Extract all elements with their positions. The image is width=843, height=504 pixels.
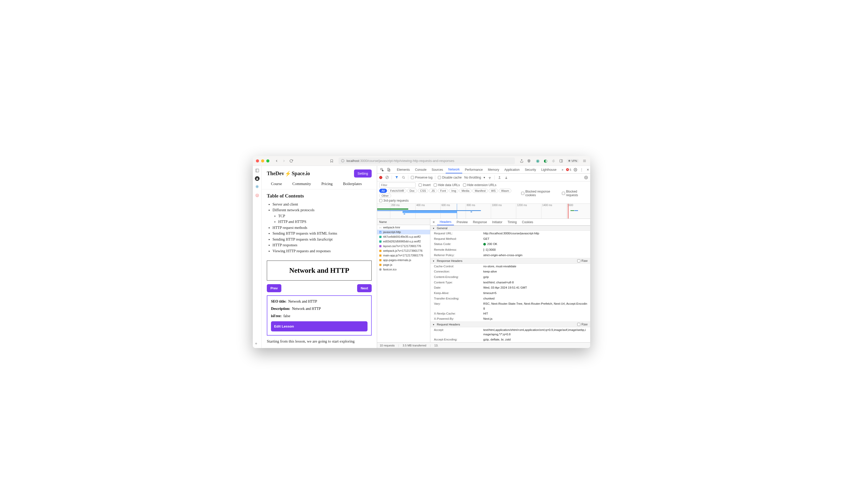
toc-item[interactable]: Viewing HTTP requests and responses xyxy=(272,248,372,254)
tab-lighthouse[interactable]: Lighthouse xyxy=(539,166,559,173)
filter-pill-media[interactable]: Media xyxy=(459,189,471,193)
request-row[interactable]: main-app.js?v=1712173901776 xyxy=(377,253,430,258)
request-row[interactable]: javascript-http xyxy=(377,230,430,234)
filter-pill-wasm[interactable]: Wasm xyxy=(499,189,512,193)
filter-pill-doc[interactable]: Doc xyxy=(407,189,417,193)
ext-icon-1[interactable]: ◉ xyxy=(535,158,540,163)
next-button[interactable]: Next xyxy=(357,284,372,292)
tab-application[interactable]: Application xyxy=(502,166,522,173)
nav-boilerplates[interactable]: Boilerplates xyxy=(343,182,362,186)
detail-tab-headers[interactable]: Headers xyxy=(437,219,454,225)
throttling-select[interactable]: No throttling ▾ xyxy=(464,176,485,179)
minimize-window-button[interactable] xyxy=(261,159,264,162)
filter-pill-font[interactable]: Font xyxy=(438,189,448,193)
forward-button[interactable] xyxy=(281,158,287,163)
name-column-header[interactable]: Name xyxy=(377,219,430,225)
prev-button[interactable]: Prev xyxy=(267,284,281,292)
toc-subitem[interactable]: HTTP and HTTPS xyxy=(278,219,372,224)
rail-ext-icon-2[interactable]: ◎ xyxy=(255,192,260,198)
blocked-cookies-checkbox[interactable]: Blocked response cookies xyxy=(521,190,559,197)
filter-pill-all[interactable]: All xyxy=(379,189,387,193)
new-tab-button[interactable]: + xyxy=(255,341,257,346)
section-header[interactable]: Response HeadersRaw xyxy=(430,258,590,264)
tab-console[interactable]: Console xyxy=(412,166,429,173)
site-info-icon[interactable] xyxy=(341,159,344,162)
blocked-requests-checkbox[interactable]: Blocked requests xyxy=(562,190,588,197)
tab-sources[interactable]: Sources xyxy=(429,166,446,173)
nav-pricing[interactable]: Pricing xyxy=(321,182,333,186)
vpn-pill[interactable]: VPN xyxy=(566,159,579,163)
hide-data-urls-checkbox[interactable]: Hide data URLs xyxy=(434,183,460,187)
hamburger-menu-icon[interactable] xyxy=(582,158,587,163)
inspect-element-icon[interactable] xyxy=(379,166,385,173)
reload-button[interactable] xyxy=(289,158,294,163)
filter-pill-other[interactable]: Other xyxy=(379,194,391,198)
request-row[interactable]: webpack-hmr xyxy=(377,225,430,230)
search-icon[interactable] xyxy=(401,176,406,180)
settings-gear-icon[interactable] xyxy=(573,168,577,172)
rail-ext-icon-1[interactable]: ❋ xyxy=(255,184,260,189)
setting-button[interactable]: Setting xyxy=(354,169,372,178)
close-detail-icon[interactable]: ✕ xyxy=(430,220,437,224)
detail-tab-timing[interactable]: Timing xyxy=(505,219,519,225)
maximize-window-button[interactable] xyxy=(266,159,269,162)
tab-memory[interactable]: Memory xyxy=(485,166,502,173)
download-icon[interactable] xyxy=(504,176,508,180)
request-row[interactable]: favicon.ico xyxy=(377,267,430,272)
filter-input[interactable] xyxy=(379,182,415,187)
detail-tab-initiator[interactable]: Initiator xyxy=(489,219,505,225)
filter-pill-ws[interactable]: WS xyxy=(489,189,498,193)
toc-item[interactable]: Server and client xyxy=(272,201,372,207)
wifi-icon[interactable] xyxy=(488,176,492,180)
filter-pill-fetchxhr[interactable]: Fetch/XHR xyxy=(388,189,407,193)
back-button[interactable] xyxy=(274,158,279,163)
tab-performance[interactable]: Performance xyxy=(462,166,485,173)
filter-pill-manifest[interactable]: Manifest xyxy=(472,189,488,193)
clear-button[interactable] xyxy=(385,176,389,180)
filter-pill-js[interactable]: JS xyxy=(429,189,437,193)
tab-security[interactable]: Security xyxy=(522,166,539,173)
sidebar-toggle-icon[interactable] xyxy=(558,158,564,163)
third-party-checkbox[interactable]: 3rd-party requests xyxy=(379,199,409,202)
toc-item[interactable]: Sending HTTP requests with HTML forms xyxy=(272,231,372,236)
detail-tab-cookies[interactable]: Cookies xyxy=(519,219,536,225)
network-settings-icon[interactable] xyxy=(584,176,588,180)
shield-icon[interactable] xyxy=(526,158,532,163)
raw-toggle[interactable]: Raw xyxy=(577,259,588,263)
device-toggle-icon[interactable] xyxy=(385,166,392,173)
waterfall-overview[interactable]: 200 ms400 ms600 ms800 ms1000 ms1200 ms14… xyxy=(377,204,590,219)
raw-toggle[interactable]: Raw xyxy=(577,323,588,326)
request-row[interactable]: Ted03d262d56965dd-s.p.woff2 xyxy=(377,239,430,244)
rail-notification-icon[interactable] xyxy=(255,176,259,181)
filter-pill-img[interactable]: Img xyxy=(449,189,459,193)
toc-item[interactable]: HTTP request methods xyxy=(272,225,372,231)
toc-subitem[interactable]: TCP xyxy=(278,213,372,219)
bookmark-icon[interactable] xyxy=(329,158,334,163)
share-icon[interactable] xyxy=(519,158,524,163)
request-row[interactable]: page.js xyxy=(377,263,430,267)
nav-community[interactable]: Community xyxy=(292,182,311,186)
invert-checkbox[interactable]: Invert xyxy=(419,183,431,187)
detail-tab-response[interactable]: Response xyxy=(470,219,489,225)
site-logo[interactable]: TheDev⚡Space.io xyxy=(267,170,310,177)
preserve-log-checkbox[interactable]: Preserve log xyxy=(411,176,432,179)
upload-icon[interactable] xyxy=(497,176,501,180)
request-row[interactable]: layout.css?v=1712173901776 xyxy=(377,244,430,248)
request-row[interactable]: app-pages-internals.js xyxy=(377,258,430,263)
section-header[interactable]: Request HeadersRaw xyxy=(430,322,590,327)
request-row[interactable]: webpack.js?v=1712173901776 xyxy=(377,248,430,253)
error-badge[interactable]: ✕5 xyxy=(566,168,571,171)
close-devtools-icon[interactable]: ✕ xyxy=(586,168,590,172)
detail-tab-preview[interactable]: Preview xyxy=(454,219,470,225)
filter-toggle-icon[interactable] xyxy=(395,176,399,180)
close-window-button[interactable] xyxy=(256,159,259,162)
more-tabs[interactable]: » xyxy=(559,166,566,173)
address-bar[interactable]: localhost:3000/course/javascript-http#vi… xyxy=(338,158,515,164)
tab-elements[interactable]: Elements xyxy=(394,166,412,173)
toc-item[interactable]: HTTP responses xyxy=(272,242,372,248)
edit-lesson-button[interactable]: Edit Lesson xyxy=(271,321,367,331)
filter-pill-css[interactable]: CSS xyxy=(418,189,429,193)
request-row[interactable]: T447ce8db59149e35-s.p.woff2 xyxy=(377,234,430,239)
disable-cache-checkbox[interactable]: Disable cache xyxy=(438,176,462,179)
ext-icon-2[interactable]: ◐ xyxy=(543,158,548,163)
